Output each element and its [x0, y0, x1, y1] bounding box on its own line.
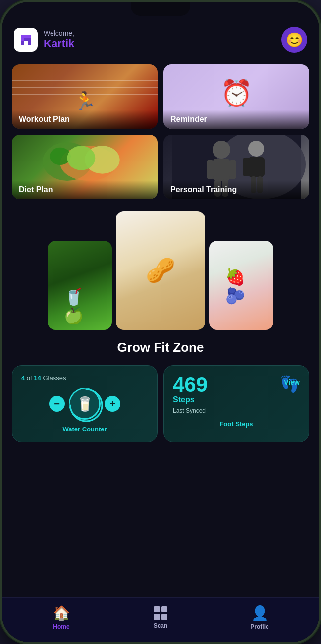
app-logo: [14, 28, 38, 52]
water-decrease-button[interactable]: −: [49, 396, 65, 412]
nav-home[interactable]: 🏠 Home: [12, 605, 111, 630]
section-title: Grow Fit Zone: [2, 334, 319, 363]
water-increase-button[interactable]: +: [105, 396, 120, 412]
scan-icon: [154, 606, 167, 620]
stats-row: 4 of 14 Glasses − 🥛: [2, 363, 319, 450]
svg-rect-15: [243, 158, 250, 176]
nav-home-label: Home: [53, 623, 69, 630]
diet-card[interactable]: Diet Plan: [12, 135, 158, 199]
cards-grid: 🏃 Workout Plan ⏰ Reminder: [2, 60, 319, 203]
food-berries-image: [209, 241, 273, 330]
home-icon: 🏠: [53, 605, 70, 621]
water-current: 4: [21, 375, 25, 382]
nav-profile[interactable]: 👤 Profile: [210, 605, 309, 630]
water-controls: − 🥛 +: [21, 388, 148, 420]
steps-synced-text: Last Synced: [173, 407, 300, 414]
water-glasses-text: 4 of 14 Glasses: [21, 375, 148, 382]
foot-steps-footer: Foot Steps: [173, 420, 300, 428]
phone-frame: Welcome, Kartik 😊 🏃: [0, 0, 321, 644]
food-strip: [2, 203, 319, 334]
reminder-card[interactable]: ⏰ Reminder: [163, 64, 309, 129]
svg-point-4: [67, 146, 96, 170]
food-nuts-image: [116, 211, 205, 330]
foot-steps-card: 469 Steps 👣 View Last Synced Foot Steps: [163, 365, 309, 442]
water-counter-card: 4 of 14 Glasses − 🥛: [12, 365, 158, 442]
svg-point-13: [248, 141, 264, 157]
alarm-icon: ⏰: [220, 78, 253, 108]
bottom-nav: 🏠 Home Scan 👤 Profile: [2, 597, 319, 642]
water-counter-label: Water Counter: [21, 426, 148, 433]
svg-rect-10: [229, 160, 236, 179]
training-card[interactable]: Personal Training: [163, 135, 309, 199]
header-left: Welcome, Kartik: [14, 28, 74, 52]
steps-top: 469 Steps 👣 View: [173, 375, 300, 405]
profile-avatar[interactable]: 😊: [281, 27, 307, 53]
nav-scan-label: Scan: [154, 622, 168, 629]
runner-icon: 🏃: [74, 91, 96, 111]
notch: [131, 2, 190, 16]
nav-scan[interactable]: Scan: [111, 606, 210, 629]
diet-label: Diet Plan: [12, 180, 158, 199]
reminder-label: Reminder: [163, 110, 309, 129]
svg-rect-9: [207, 160, 214, 179]
profile-icon: 👤: [251, 605, 268, 621]
screen-content: Welcome, Kartik 😊 🏃: [2, 2, 319, 642]
workout-label: Workout Plan: [12, 110, 158, 129]
steps-count: 469: [173, 375, 208, 395]
steps-label: Steps: [173, 395, 208, 404]
svg-rect-16: [258, 158, 265, 176]
svg-rect-8: [213, 159, 230, 181]
water-circle: 🥛: [69, 388, 101, 420]
food-green-image: [48, 241, 112, 330]
water-unit: Glasses: [43, 375, 66, 382]
training-label: Personal Training: [163, 180, 309, 199]
nav-profile-label: Profile: [250, 623, 268, 630]
workout-card[interactable]: 🏃 Workout Plan: [12, 64, 158, 129]
username-text: Kartik: [44, 37, 74, 50]
welcome-text: Welcome,: [44, 29, 74, 37]
phone-screen: Welcome, Kartik 😊 🏃: [2, 2, 319, 642]
header-text: Welcome, Kartik: [44, 29, 74, 50]
svg-point-7: [213, 141, 230, 159]
water-total: 14: [34, 375, 41, 382]
